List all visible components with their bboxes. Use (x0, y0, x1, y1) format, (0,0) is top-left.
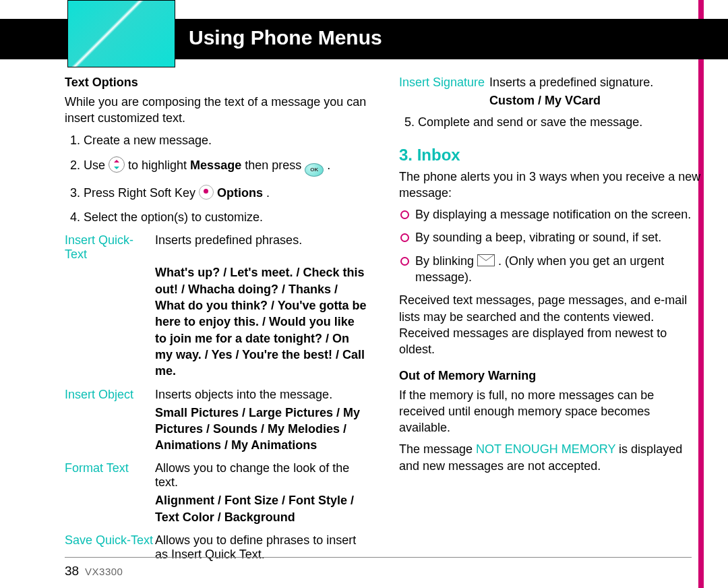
text-options-steps: Create a new message. Use to highlight M… (65, 132, 367, 226)
out-of-memory-heading: Out of Memory Warning (399, 369, 701, 383)
inbox-alert-list: By displaying a message notification on … (399, 206, 701, 285)
insert-signature-row: Insert Signature Inserts a predefined si… (399, 76, 701, 90)
text-options-heading: Text Options (65, 76, 367, 90)
step-4: Select the option(s) to customize. (84, 209, 367, 225)
nav-circle-icon (109, 156, 125, 173)
text-options-steps-cont: Complete and send or save the message. (399, 114, 701, 130)
left-column: Text Options While you are composing the… (65, 76, 367, 564)
text-options-intro: While you are composing the text of a me… (65, 94, 367, 127)
oom-paragraph-2: The message NOT ENOUGH MEMORY is display… (399, 441, 701, 474)
footer-rule (65, 557, 692, 558)
step-3: Press Right Soft Key Options . (84, 185, 367, 201)
inbox-intro: The phone alerts you in 3 ways when you … (399, 169, 701, 202)
page-number: 38 (65, 564, 79, 578)
insert-quick-text-label: Insert Quick-Text (65, 233, 155, 262)
insert-signature-examples: Custom / My VCard (489, 92, 701, 109)
envelope-icon (477, 254, 495, 266)
model-number: VX3300 (85, 566, 123, 577)
insert-signature-label: Insert Signature (399, 76, 489, 90)
oom-paragraph-1: If the memory is full, no more messages … (399, 387, 701, 436)
insert-object-body: Inserts objects into the message. (155, 388, 367, 402)
insert-object-examples: Small Pictures / Large Pictures / My Pic… (155, 405, 367, 454)
not-enough-memory-text: NOT ENOUGH MEMORY (476, 442, 615, 456)
format-text-row: Format Text Allows you to change the loo… (65, 461, 367, 490)
insert-quick-text-body: Inserts predefined phrases. (155, 233, 367, 262)
header-photo (67, 0, 175, 67)
format-text-label: Format Text (65, 461, 155, 490)
format-text-examples: Alignment / Font Size / Font Style / Tex… (155, 492, 367, 525)
content: Text Options While you are composing the… (65, 76, 701, 564)
insert-object-label: Insert Object (65, 388, 155, 402)
step-2: Use to highlight Message then press OK . (84, 156, 367, 177)
page-title: Using Phone Menus (189, 26, 382, 49)
format-text-body: Allows you to change the look of the tex… (155, 461, 367, 490)
step-1: Create a new message. (84, 132, 367, 148)
page-footer: 38 VX3300 (65, 564, 123, 579)
manual-page: Using Phone Menus Text Options While you… (0, 0, 728, 588)
ok-icon: OK (305, 163, 324, 177)
insert-quick-text-examples: What's up? / Let's meet. / Check this ou… (155, 264, 367, 379)
insert-object-row: Insert Object Inserts objects into the m… (65, 388, 367, 402)
alert-3: By blinking . (Only when you get an urge… (399, 253, 701, 286)
inbox-heading: 3. Inbox (399, 146, 701, 165)
step-5: Complete and send or save the message. (418, 114, 701, 130)
insert-signature-body: Inserts a predefined signature. (489, 76, 701, 90)
inbox-paragraph: Received text messages, page messages, a… (399, 292, 701, 357)
alert-1: By displaying a message notification on … (399, 206, 701, 223)
right-soft-key-icon (199, 185, 214, 200)
insert-quick-text-row: Insert Quick-Text Inserts predefined phr… (65, 233, 367, 262)
right-column: Insert Signature Inserts a predefined si… (399, 76, 701, 564)
alert-2: By sounding a beep, vibrating or sound, … (399, 229, 701, 245)
